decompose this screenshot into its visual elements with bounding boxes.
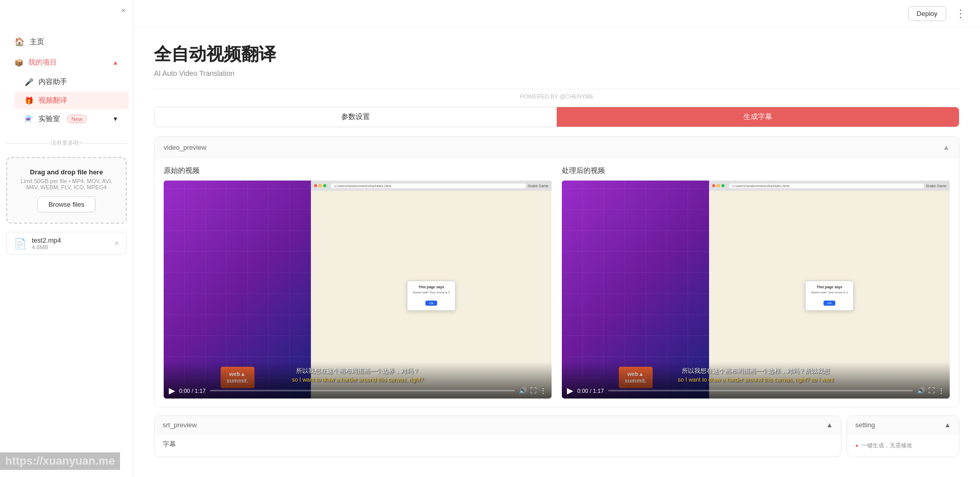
video-subtitle-en-processed: so I want to draw a harder around this c… bbox=[567, 376, 945, 386]
sidebar-home-label: 主页 bbox=[30, 37, 44, 47]
video-subtitle-cn-original: 所以我想在这个画布周围画一个边界，对吗？ bbox=[169, 365, 546, 376]
original-video-player[interactable]: web▲summit. c:/users/randomme/extra/inde… bbox=[164, 181, 552, 399]
upload-limit-label: Limit 50GB per file • MP4, MOV, AVI, M4V… bbox=[15, 178, 117, 190]
deploy-button[interactable]: Deploy bbox=[908, 6, 946, 21]
content-assistant-label: 内容助手 bbox=[38, 77, 67, 87]
video-preview-header[interactable]: video_preview ▲ bbox=[154, 137, 959, 158]
video-row: 原始的视频 web▲summit. c:/us bbox=[164, 166, 950, 399]
setting-line: ● 一键生成，无需修改 bbox=[855, 440, 951, 451]
video-controls-original: ▶ 0:00 / 1:17 🔊 ⛶ ⋮ bbox=[169, 386, 546, 395]
more-icon-processed[interactable]: ⋮ bbox=[938, 387, 945, 394]
page-header: 全自动视频翻译 AI Auto Video Translation bbox=[133, 27, 980, 83]
file-icon: 📄 bbox=[14, 237, 27, 250]
time-display-processed: 0:00 / 1:17 bbox=[577, 388, 604, 394]
bottom-row: srt_preview ▲ 字幕 setting ▲ ● 一键生成，无需修改 bbox=[154, 415, 959, 457]
volume-icon-processed[interactable]: 🔊 bbox=[917, 387, 925, 394]
topbar: Deploy ⋮ bbox=[133, 0, 980, 27]
srt-content-label: 字幕 bbox=[163, 440, 176, 448]
browser-title-processed: Snake Game bbox=[926, 184, 947, 188]
processed-video-label: 处理后的视频 bbox=[562, 166, 950, 175]
sidebar-close-button[interactable]: × bbox=[121, 6, 126, 15]
dialog-text-processed: Game over! Your score is 2 bbox=[811, 291, 848, 294]
srt-preview-content: 字幕 bbox=[154, 434, 841, 454]
dot-yellow-original bbox=[319, 184, 322, 187]
sidebar-sub-items: 🎤 内容助手 🎁 视频翻译 ⚗️ 实验室 New ▼ bbox=[0, 73, 133, 128]
dialog-title-original: This page says bbox=[413, 285, 449, 289]
video-controls-processed: ▶ 0:00 / 1:17 🔊 ⛶ ⋮ bbox=[567, 386, 945, 395]
srt-preview-header[interactable]: srt_preview ▲ bbox=[154, 416, 841, 434]
sidebar-item-home[interactable]: 🏠 主页 bbox=[4, 32, 129, 52]
fullscreen-icon-original[interactable]: ⛶ bbox=[530, 387, 537, 394]
sidebar-item-video-translation[interactable]: 🎁 视频翻译 bbox=[14, 92, 129, 109]
video-ctrl-icons-original: 🔊 ⛶ ⋮ bbox=[519, 387, 546, 394]
video-overlay-processed: 所以我想在这个画布周围画一个边框，对吗？所以我想 so I want to dr… bbox=[562, 362, 950, 399]
generate-button[interactable]: 生成字幕 bbox=[557, 107, 959, 127]
sidebar-item-content-assistant[interactable]: 🎤 内容助手 bbox=[14, 73, 129, 91]
browser-title-original: Snake Game bbox=[527, 184, 548, 188]
sidebar-item-lab[interactable]: ⚗️ 实验室 New ▼ bbox=[14, 110, 129, 128]
video-preview-section: video_preview ▲ 原始的视频 web▲summit. bbox=[154, 136, 959, 407]
video-ctrl-icons-processed: 🔊 ⛶ ⋮ bbox=[917, 387, 945, 394]
upload-area: Drag and drop file here Limit 50GB per f… bbox=[6, 157, 127, 224]
setting-one-click-label: 一键生成，无需修改 bbox=[861, 442, 912, 449]
powered-by: POWERED BY @CHENYME bbox=[154, 89, 959, 100]
main-content: Deploy ⋮ 全自动视频翻译 AI Auto Video Translati… bbox=[133, 0, 980, 477]
progress-bar-original[interactable] bbox=[210, 390, 515, 391]
action-bar: 参数设置 生成字幕 bbox=[154, 107, 959, 127]
settings-tab[interactable]: 参数设置 bbox=[154, 107, 557, 127]
sidebar-item-my-projects[interactable]: 📦 我的项目 ▲ bbox=[4, 53, 129, 72]
section-collapse-icon: ▲ bbox=[943, 143, 950, 151]
progress-bar-processed[interactable] bbox=[608, 390, 913, 391]
video-icon: 🎁 bbox=[25, 96, 33, 105]
srt-preview-section: srt_preview ▲ 字幕 bbox=[154, 415, 841, 457]
sidebar-nav: 🏠 主页 📦 我的项目 ▲ 🎤 内容助手 🎁 视频翻译 ⚗️ 实验室 New ▼ bbox=[0, 0, 133, 134]
video-subtitle-cn-processed: 所以我想在这个画布周围画一个边框，对吗？所以我想 bbox=[567, 365, 945, 376]
play-button-original[interactable]: ▶ bbox=[169, 386, 175, 395]
setting-section: setting ▲ ● 一键生成，无需修改 bbox=[847, 415, 959, 457]
upload-drag-label: Drag and drop file here bbox=[15, 168, 117, 176]
dot-green-processed bbox=[721, 184, 724, 187]
box-icon: 📦 bbox=[14, 58, 23, 67]
fullscreen-icon-processed[interactable]: ⛶ bbox=[928, 387, 935, 394]
setting-collapse-icon: ▲ bbox=[944, 421, 951, 429]
more-button[interactable]: ⋮ bbox=[951, 5, 970, 22]
sidebar: × 🏠 主页 📦 我的项目 ▲ 🎤 内容助手 🎁 视频翻译 ⚗️ 实验室 N bbox=[0, 0, 133, 477]
dialog-box-processed: This page says Game over! Your score is … bbox=[805, 281, 853, 311]
file-remove-button[interactable]: × bbox=[114, 239, 119, 248]
setting-dot-icon: ● bbox=[855, 443, 858, 448]
file-name: test2.mp4 bbox=[32, 236, 109, 244]
time-display-original: 0:00 / 1:17 bbox=[179, 388, 206, 394]
original-video-label: 原始的视频 bbox=[164, 166, 552, 175]
file-item: 📄 test2.mp4 4.8MB × bbox=[6, 232, 127, 255]
new-badge: New bbox=[67, 115, 87, 123]
volume-icon-original[interactable]: 🔊 bbox=[519, 387, 527, 394]
home-icon: 🏠 bbox=[14, 37, 25, 47]
video-preview-label: video_preview bbox=[164, 144, 206, 151]
dot-red-processed bbox=[712, 184, 715, 187]
chevron-up-icon: ▲ bbox=[112, 59, 119, 66]
dialog-ok-processed[interactable]: Ok bbox=[824, 301, 836, 306]
processed-video-player[interactable]: web▲summit. c:/users/randomme/extra/inde… bbox=[562, 181, 950, 399]
more-icon-original[interactable]: ⋮ bbox=[540, 387, 546, 394]
page-title: 全自动视频翻译 bbox=[154, 43, 959, 66]
dialog-text-original: Game over! Your score is 2 bbox=[413, 291, 449, 294]
setting-label: setting bbox=[855, 421, 875, 429]
srt-preview-label: srt_preview bbox=[163, 421, 197, 429]
dot-red-original bbox=[314, 184, 317, 187]
setting-header[interactable]: setting ▲ bbox=[847, 416, 959, 434]
my-projects-label: 我的项目 bbox=[28, 58, 57, 67]
browse-files-button[interactable]: Browse files bbox=[37, 196, 95, 212]
dialog-ok-original[interactable]: Ok bbox=[425, 301, 438, 306]
lab-label: 实验室 bbox=[38, 114, 60, 124]
play-button-processed[interactable]: ▶ bbox=[567, 386, 573, 395]
setting-content: ● 一键生成，无需修改 bbox=[847, 434, 959, 456]
dialog-title-processed: This page says bbox=[811, 285, 848, 289]
file-info: test2.mp4 4.8MB bbox=[32, 236, 109, 250]
video-overlay-original: 所以我想在这个画布周围画一个边界，对吗？ so I want to draw a… bbox=[164, 362, 552, 399]
srt-section-collapse-icon: ▲ bbox=[826, 421, 833, 429]
browser-bar-processed: c:/users/randomme/extra/index.html Snake… bbox=[709, 181, 950, 191]
dot-green-original bbox=[323, 184, 326, 187]
chevron-down-icon: ▼ bbox=[112, 115, 119, 123]
video-preview-content: 原始的视频 web▲summit. c:/us bbox=[154, 158, 959, 407]
dialog-box-original: This page says Game over! Your score is … bbox=[407, 281, 455, 311]
